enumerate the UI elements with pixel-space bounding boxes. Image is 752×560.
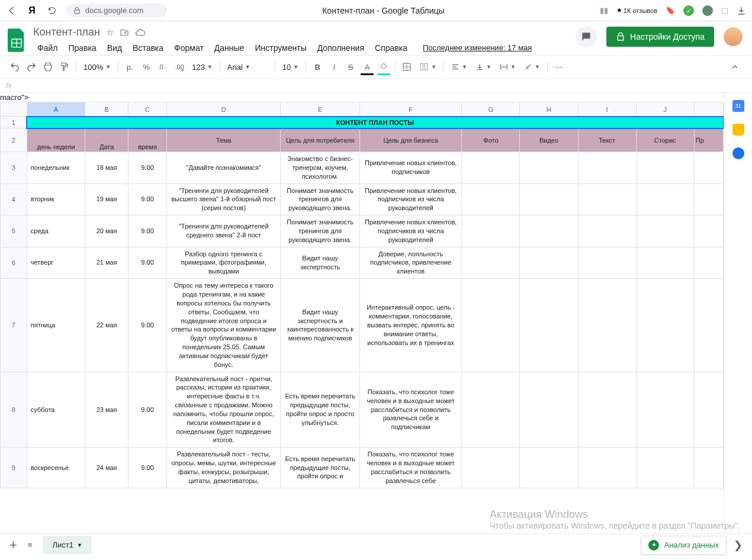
- halign-btn[interactable]: ▼: [448, 63, 471, 71]
- cell[interactable]: вторник: [27, 184, 85, 215]
- cell[interactable]: [462, 372, 520, 448]
- undo-icon[interactable]: [7, 59, 23, 75]
- row-hdr[interactable]: 5: [1, 215, 27, 247]
- bookmark-icon[interactable]: 🔖: [666, 6, 675, 15]
- ext-shield-icon[interactable]: [702, 5, 713, 16]
- col-hdr-i[interactable]: I: [578, 102, 636, 117]
- collapse-toolbar-icon[interactable]: [727, 59, 743, 75]
- cell[interactable]: суббота: [27, 372, 85, 448]
- cell[interactable]: [578, 448, 636, 488]
- wrap-btn[interactable]: ▼: [496, 63, 519, 71]
- cell-title[interactable]: КОНТЕНТ ПЛАН ПОСТЫ: [27, 117, 723, 128]
- hdr-video[interactable]: Видео: [520, 128, 578, 152]
- row-hdr[interactable]: 3: [1, 152, 27, 184]
- all-sheets-btn[interactable]: ≡: [28, 540, 33, 549]
- share-button[interactable]: Настройки Доступа: [606, 27, 714, 47]
- cell[interactable]: Есть время перечитать предыдущие посты, …: [281, 372, 360, 448]
- cell[interactable]: Развлекательный пост - тесты, опросы, ме…: [167, 448, 281, 488]
- cell[interactable]: 19 мая: [85, 184, 128, 215]
- url-box[interactable]: docs.google.com: [66, 4, 167, 17]
- cell[interactable]: [578, 279, 636, 372]
- cell[interactable]: [636, 448, 694, 488]
- cell[interactable]: 22 мая: [85, 279, 128, 372]
- cell[interactable]: [636, 184, 694, 215]
- font-select[interactable]: Arial▼: [224, 63, 271, 72]
- yandex-icon[interactable]: Я: [26, 5, 38, 17]
- menu-addons[interactable]: Дополнения: [313, 41, 368, 55]
- more-toolbar-btn[interactable]: ⋯: [551, 59, 567, 75]
- row-hdr[interactable]: 7: [1, 279, 27, 372]
- cell[interactable]: 9.00: [128, 448, 167, 488]
- ext-green-icon[interactable]: ✓: [683, 5, 694, 16]
- inc-decimals-btn[interactable]: .00: [172, 59, 187, 75]
- row-hdr-2[interactable]: 2: [1, 128, 27, 152]
- cell[interactable]: "Давайте познакомимся": [167, 152, 281, 184]
- avatar[interactable]: [724, 27, 743, 46]
- last-edit[interactable]: Последнее изменение: 17 мая: [419, 41, 536, 55]
- hdr-date[interactable]: Дата: [85, 128, 128, 152]
- cell[interactable]: Видит нашу экспертность: [281, 247, 360, 279]
- cell[interactable]: [520, 372, 578, 448]
- print-icon[interactable]: [40, 59, 56, 75]
- keep-icon[interactable]: [732, 124, 744, 136]
- spreadsheet-grid[interactable]: macro"> A B C D E F G H I J 1 КОНТЕНТ ПЛ…: [0, 93, 724, 533]
- cell[interactable]: пятница: [27, 279, 85, 372]
- percent-btn[interactable]: %: [139, 59, 154, 75]
- cell[interactable]: [636, 279, 694, 372]
- cell[interactable]: [694, 372, 723, 448]
- cell[interactable]: [578, 247, 636, 279]
- cell[interactable]: [520, 215, 578, 247]
- cell[interactable]: [694, 215, 723, 247]
- cell[interactable]: [462, 279, 520, 372]
- row-hdr[interactable]: 4: [1, 184, 27, 215]
- col-hdr-j[interactable]: J: [636, 102, 694, 117]
- cell[interactable]: [462, 152, 520, 184]
- cell[interactable]: "Тренинги для руководителей высшего звен…: [167, 184, 281, 215]
- cell[interactable]: среда: [27, 215, 85, 247]
- cell[interactable]: [578, 215, 636, 247]
- cell[interactable]: [578, 152, 636, 184]
- cell[interactable]: Разбор одного тренинга с примерами, фото…: [167, 247, 281, 279]
- strike-btn[interactable]: S: [343, 59, 358, 75]
- comments-icon[interactable]: [576, 26, 597, 47]
- font-size-select[interactable]: 10▼: [279, 63, 302, 72]
- reload-icon[interactable]: [46, 5, 58, 17]
- cell[interactable]: 9.00: [128, 372, 167, 448]
- menu-help[interactable]: Справка: [371, 41, 412, 55]
- italic-btn[interactable]: I: [326, 59, 342, 75]
- cell[interactable]: [520, 152, 578, 184]
- cell[interactable]: 21 мая: [85, 247, 128, 279]
- cell[interactable]: [694, 247, 723, 279]
- sidepanel-toggle-icon[interactable]: ❯: [734, 539, 743, 552]
- doc-title[interactable]: Контент-план: [33, 26, 100, 38]
- menu-tools[interactable]: Инструменты: [250, 41, 310, 55]
- col-hdr-g[interactable]: G: [462, 102, 520, 117]
- download-icon[interactable]: [737, 6, 746, 15]
- hdr-time[interactable]: время: [128, 128, 167, 152]
- cell[interactable]: Привлечение новых клиентов, подписчиков: [359, 152, 462, 184]
- cell[interactable]: Привлечение новых клиентов, подписчиков …: [359, 215, 462, 247]
- fill-color-btn[interactable]: [376, 59, 391, 75]
- menu-file[interactable]: Файл: [33, 41, 62, 55]
- cell[interactable]: [694, 448, 723, 488]
- cell[interactable]: [636, 215, 694, 247]
- cloud-icon[interactable]: [135, 27, 146, 38]
- cell[interactable]: [462, 215, 520, 247]
- borders-btn[interactable]: [399, 59, 414, 75]
- sheets-logo[interactable]: [5, 26, 28, 54]
- cell[interactable]: Опрос на тему интереса к такого рода тре…: [167, 279, 281, 372]
- cell[interactable]: [520, 448, 578, 488]
- cell[interactable]: [520, 184, 578, 215]
- hdr-photo[interactable]: Фото: [462, 128, 520, 152]
- cell[interactable]: 9.00: [128, 215, 167, 247]
- cell[interactable]: Привлечение новых клиентов, подписчиков …: [359, 184, 462, 215]
- cell[interactable]: [636, 372, 694, 448]
- col-hdr-a[interactable]: A: [27, 102, 85, 117]
- col-hdr-d[interactable]: D: [167, 102, 281, 117]
- ext-box-icon[interactable]: ⬚: [721, 6, 728, 15]
- hdr-business-goal[interactable]: Цель для бизнеса: [359, 128, 462, 152]
- hdr-consumer-goal[interactable]: Цель для потребителя: [281, 128, 360, 152]
- calendar-icon[interactable]: 31: [732, 100, 744, 112]
- menu-insert[interactable]: Вставка: [128, 41, 168, 55]
- cell[interactable]: Развлекательный пост - притчи, рассказы,…: [167, 372, 281, 448]
